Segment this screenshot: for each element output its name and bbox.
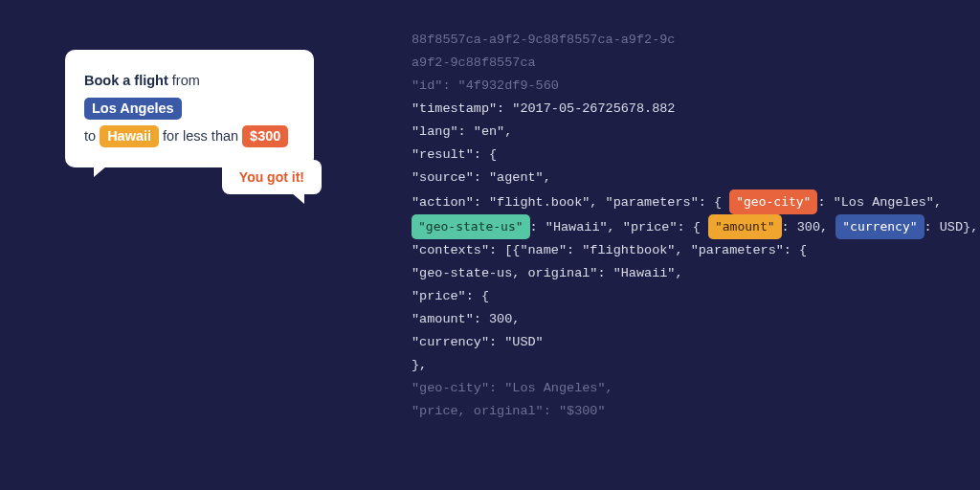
chip-currency: "currency" xyxy=(835,214,924,239)
json-line-ctx-amount: "amount": 300, xyxy=(412,308,957,331)
user-msg-text-3: for less than xyxy=(159,128,242,144)
json-line-hash2: a9f2-9c88f8557ca xyxy=(412,52,957,75)
json-line-lang: "lang": "en", xyxy=(412,121,957,144)
json-line-ctx-price: "price": { xyxy=(412,285,957,308)
json-line-source: "source": "agent", xyxy=(412,167,957,189)
agent-reply-text: You got it! xyxy=(239,169,304,185)
json-line-result: "result": { xyxy=(412,144,957,167)
json-l8-a: : "Hawaii", "price": { xyxy=(530,220,701,234)
json-line-contexts: "contexts": [{"name": "flightbook", "par… xyxy=(412,239,957,262)
chip-geo-state-us: "geo-state-us" xyxy=(412,214,530,239)
chip-los-angeles: Los Angeles xyxy=(84,98,182,120)
json-line-close-brace: }, xyxy=(412,354,957,377)
json-line-timestamp: "timestamp": "2017-05-26725678.882 xyxy=(412,98,957,121)
chat-column: Book a flight from Los Angeles to Hawaii… xyxy=(65,50,352,167)
json-line-ctx-geocity: "geo-city": "Los Angeles", xyxy=(412,377,957,400)
json-line-id: "id": "4f932df9-560 xyxy=(412,75,957,98)
user-msg-text-2: to xyxy=(84,128,100,144)
json-l7-pre: "action": "flight.book", "parameters": { xyxy=(412,195,722,210)
json-line-ctx-price-orig: "price, original": "$300" xyxy=(412,400,957,423)
chip-amount: "amount" xyxy=(708,214,782,239)
user-msg-bold: Book a flight xyxy=(84,73,168,88)
json-l8-c: : USD}, xyxy=(924,220,979,234)
chip-price-300: $300 xyxy=(242,125,288,147)
json-line-hash1: 88f8557ca-a9f2-9c88f8557ca-a9f2-9c xyxy=(412,29,957,52)
chip-geo-city: "geo-city" xyxy=(729,189,817,214)
json-line-ctx-currency: "currency": "USD" xyxy=(412,331,957,354)
json-line-action: "action": "flight.book", "parameters": {… xyxy=(412,189,957,214)
user-message-bubble: Book a flight from Los Angeles to Hawaii… xyxy=(65,50,314,167)
json-response-panel: 88f8557ca-a9f2-9c88f8557ca-a9f2-9c a9f2-… xyxy=(412,29,957,423)
json-line-ctx-geostate: "geo-state-us, original": "Hawaii", xyxy=(412,262,957,285)
chip-hawaii: Hawaii xyxy=(100,125,159,147)
json-l7-post: : "Los Angeles", xyxy=(817,195,942,210)
user-msg-text-1: from xyxy=(168,73,200,88)
json-line-geostate: "geo-state-us": "Hawaii", "price": { "am… xyxy=(412,214,957,239)
json-l8-b: : 300, xyxy=(782,220,836,234)
agent-reply-bubble: You got it! xyxy=(222,160,322,194)
